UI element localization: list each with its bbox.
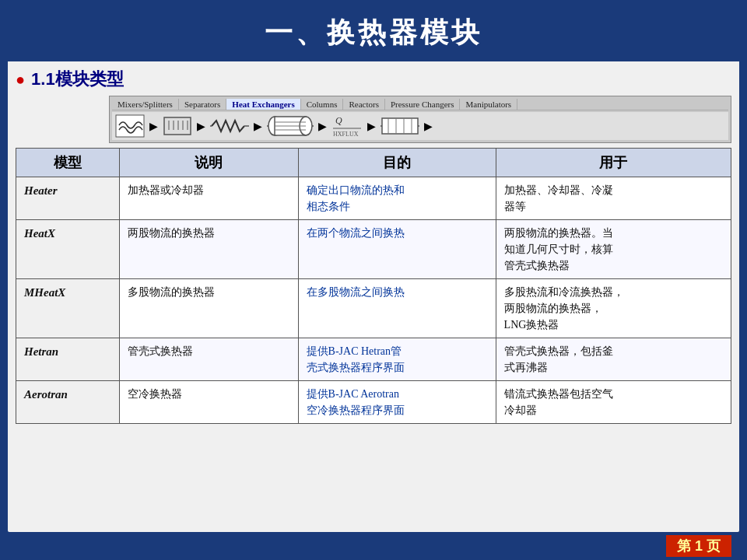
cell-model: MHeatX — [16, 279, 120, 338]
cell-use: 两股物流的换热器。当 知道几何尺寸时，核算 管壳式换热器 — [496, 220, 731, 279]
tab-heat-exchangers[interactable]: Heat Exchangers — [226, 99, 300, 110]
toolbar-icons-row: ▶ ▶ ▶ — [112, 112, 728, 140]
cell-purpose: 提供B-JAC Aerotran 空冷换热器程序界面 — [298, 381, 496, 424]
cell-model: Aerotran — [16, 381, 120, 424]
cell-description: 加热器或冷却器 — [119, 177, 298, 220]
model-table: 模型 说明 目的 用于 Heater加热器或冷却器确定出口物流的热和 相态条件加… — [16, 148, 731, 424]
table-row: Hetran管壳式换热器提供B-JAC Hetran管 壳式换热器程序界面管壳式… — [16, 338, 731, 381]
arrow-icon5: ▶ — [367, 120, 376, 133]
cell-description: 管壳式换热器 — [119, 338, 298, 381]
section-header: ● 1.1模块类型 — [8, 61, 739, 94]
arrow-icon6: ▶ — [424, 120, 433, 133]
svg-rect-1 — [164, 117, 191, 135]
arrow-icon: ▶ — [149, 120, 158, 133]
cell-model: Hetran — [16, 338, 120, 381]
svg-rect-20 — [382, 118, 418, 134]
aspen-toolbar: Mixers/Splitters Separators Heat Exchang… — [109, 96, 731, 143]
col-header-model: 模型 — [16, 149, 120, 177]
title-bar: 一、换热器模块 — [0, 0, 747, 61]
table-row: Heater加热器或冷却器确定出口物流的热和 相态条件加热器、冷却器、冷凝 器等 — [16, 177, 731, 220]
cell-purpose: 提供B-JAC Hetran管 壳式换热器程序界面 — [298, 338, 496, 381]
arrow-icon4: ▶ — [318, 120, 327, 133]
toolbar-tabs-row: Mixers/Splitters Separators Heat Exchang… — [112, 99, 728, 110]
heatx-zigzag-icon[interactable] — [210, 114, 249, 138]
cell-model: Heater — [16, 177, 120, 220]
heatx-tube-icon[interactable] — [267, 114, 314, 138]
hxflux-icon[interactable]: Q HXFLUX — [331, 114, 363, 138]
page-title: 一、换热器模块 — [0, 14, 747, 52]
svg-rect-0 — [116, 115, 144, 137]
tab-separators[interactable]: Separators — [179, 99, 226, 110]
arrow-icon2: ▶ — [197, 120, 205, 133]
cell-use: 多股热流和冷流换热器， 两股物流的换热器， LNG换热器 — [496, 279, 731, 338]
main-content: ● 1.1模块类型 Mixers/Splitters Separators He… — [8, 61, 739, 532]
tab-reactors[interactable]: Reactors — [343, 99, 384, 110]
svg-text:Q: Q — [335, 115, 342, 126]
cell-purpose: 在多股物流之间换热 — [298, 279, 496, 338]
cell-model: HeatX — [16, 220, 120, 279]
cell-use: 加热器、冷却器、冷凝 器等 — [496, 177, 731, 220]
arrow-icon3: ▶ — [254, 120, 262, 133]
section-title: 1.1模块类型 — [31, 68, 124, 91]
heater-rect-icon[interactable] — [163, 114, 192, 138]
page-container: 一、换热器模块 ● 1.1模块类型 Mixers/Splitters Separ… — [0, 0, 747, 560]
table-header-row: 模型 说明 目的 用于 — [16, 149, 731, 177]
tab-mixers-splitters[interactable]: Mixers/Splitters — [112, 99, 179, 110]
cell-description: 多股物流的换热器 — [119, 279, 298, 338]
col-header-purpose: 目的 — [298, 149, 496, 177]
page-indicator: 第 1 页 — [666, 535, 731, 557]
tab-columns[interactable]: Columns — [301, 99, 344, 110]
cell-purpose: 确定出口物流的热和 相态条件 — [298, 177, 496, 220]
cell-use: 错流式换热器包括空气 冷却器 — [496, 381, 731, 424]
bottom-bar: 第 1 页 — [0, 532, 747, 560]
table-row: HeatX两股物流的换热器在两个物流之间换热两股物流的换热器。当 知道几何尺寸时… — [16, 220, 731, 279]
tab-pressure-changers[interactable]: Pressure Changers — [385, 99, 461, 110]
cell-description: 两股物流的换热器 — [119, 220, 298, 279]
bullet-icon: ● — [16, 71, 25, 89]
col-header-description: 说明 — [119, 149, 298, 177]
table-row: Aerotran空冷换热器提供B-JAC Aerotran 空冷换热器程序界面错… — [16, 381, 731, 424]
heater-icon[interactable] — [115, 114, 145, 138]
cell-purpose: 在两个物流之间换热 — [298, 220, 496, 279]
col-header-use: 用于 — [496, 149, 731, 177]
cell-use: 管壳式换热器，包括釜 式再沸器 — [496, 338, 731, 381]
table-row: MHeatX多股物流的换热器在多股物流之间换热多股热流和冷流换热器， 两股物流的… — [16, 279, 731, 338]
tab-manipulators[interactable]: Manipulators — [460, 99, 517, 110]
aircooler-icon[interactable] — [381, 114, 419, 138]
cell-description: 空冷换热器 — [119, 381, 298, 424]
svg-text:HXFLUX: HXFLUX — [333, 131, 359, 138]
